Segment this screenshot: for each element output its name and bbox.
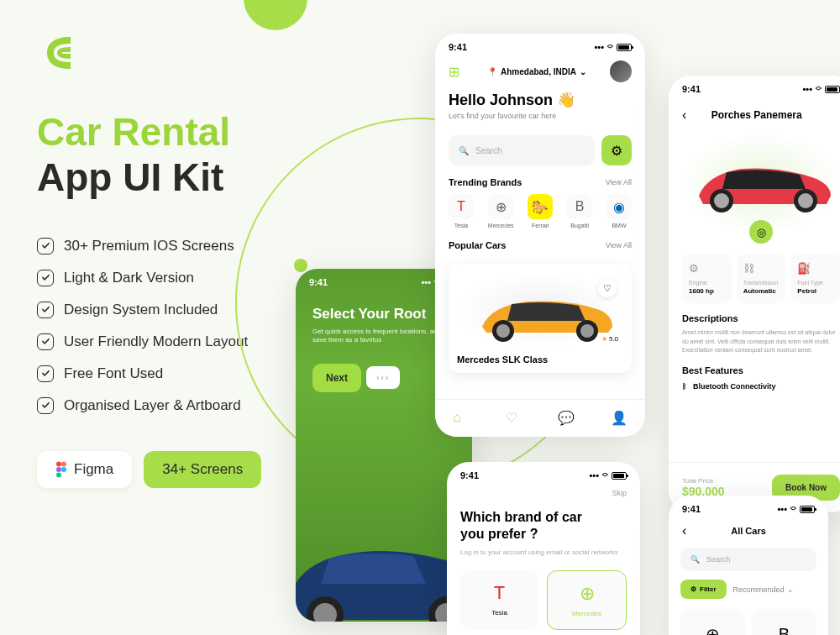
spec-fuel: ⛽Fuel TypePetrol	[790, 254, 840, 303]
wifi-icon: ⌔	[816, 84, 822, 94]
bmw-icon: ◉	[606, 194, 632, 219]
wifi-icon: ⌔	[790, 504, 796, 514]
battery-icon	[617, 44, 632, 51]
location-selector[interactable]: 📍Ahmedabad, INDIA⌄	[487, 67, 586, 76]
feature-text: Light & Dark Version	[64, 270, 194, 286]
svg-point-1	[61, 461, 66, 466]
description-heading: Descriptions	[682, 313, 840, 323]
sort-selector[interactable]: Recommended⌄	[733, 585, 794, 594]
steering-button[interactable]: ◎	[749, 220, 773, 244]
check-icon	[37, 365, 54, 382]
filter-button[interactable]: ⚙	[601, 135, 632, 165]
search-icon: 🔍	[459, 146, 469, 155]
svg-point-19	[798, 193, 813, 208]
svg-point-13	[496, 324, 510, 338]
chevron-down-icon: ⌄	[787, 585, 794, 594]
search-icon: 🔍	[690, 555, 700, 564]
signal-icon: •••	[802, 84, 812, 94]
brand-item[interactable]: ⊕Mercedes	[488, 194, 514, 228]
status-bar: 9:41 •••⌔	[669, 76, 840, 102]
status-bar: 9:41 •••⌔	[447, 462, 640, 489]
view-all-link[interactable]: View All	[606, 178, 632, 186]
car-illustration	[470, 281, 621, 348]
search-input[interactable]: 🔍Search	[449, 135, 595, 165]
bluetooth-icon: ᛒ	[682, 382, 686, 391]
page-title: All Cars	[731, 526, 766, 536]
mercedes-icon: ⊕	[554, 583, 619, 605]
bugatti-icon: B	[567, 194, 592, 219]
greeting-sub: Let's find your favourite car here	[449, 112, 632, 120]
pin-icon: 📍	[487, 67, 497, 76]
swipe-indicator[interactable]: ›››	[366, 366, 400, 389]
status-time: 9:41	[449, 42, 467, 52]
car-name: Mercedes SLK Class	[457, 354, 623, 365]
feature-text: User Friendly Modern Layout	[64, 333, 248, 350]
section-title: Trending Brands	[449, 177, 522, 187]
check-icon	[37, 302, 54, 318]
engine-icon: ⚙	[689, 262, 725, 275]
sliders-icon: ⚙	[611, 143, 622, 159]
status-time: 9:41	[309, 277, 328, 287]
page-title: Porches Panemera	[711, 109, 802, 121]
transmission-icon: ⛓	[743, 262, 780, 275]
heart-icon[interactable]: ♡	[506, 410, 522, 427]
home-icon[interactable]: ⌂	[453, 410, 470, 427]
svg-point-2	[56, 467, 61, 472]
brand-option-tesla[interactable]: TTesla	[460, 570, 538, 630]
avatar[interactable]	[610, 60, 632, 82]
battery-icon	[800, 506, 815, 513]
car-detail-screen: 9:41 •••⌔ ‹ Porches Panemera ◎ ⚙Engine16…	[669, 76, 840, 512]
check-icon	[37, 333, 54, 350]
figma-icon	[55, 461, 67, 478]
brand-preference-screen: 9:41 •••⌔ Skip Which brand of caryou pre…	[447, 462, 640, 635]
brand-tile[interactable]: B	[752, 609, 816, 635]
onboarding-title: Select Your Root	[312, 306, 455, 323]
question-heading: Which brand of caryou prefer ?	[460, 509, 627, 543]
description-text: Amet minim mollit non deserunt ullamco e…	[682, 328, 840, 355]
tesla-icon: T	[467, 582, 532, 604]
spec-transmission: ⛓TransmissionAutomatic	[737, 254, 786, 303]
brand-item[interactable]: BBugatti	[567, 194, 592, 228]
feature-text: Organised Layer & Artboard	[64, 397, 241, 414]
car-card[interactable]: ♡ ★5.0 Mercedes SLK Class	[449, 264, 632, 373]
svg-point-0	[56, 461, 61, 466]
brand-tile[interactable]: ⊕	[680, 609, 745, 635]
profile-icon[interactable]: 👤	[611, 410, 627, 427]
svg-point-17	[714, 193, 729, 208]
check-icon	[37, 238, 54, 255]
filter-button[interactable]: ⚙Filter	[680, 580, 727, 599]
menu-icon[interactable]: ⊞	[449, 64, 464, 79]
question-sub: Log in to your account using email or so…	[460, 548, 627, 557]
signal-icon: •••	[589, 470, 599, 480]
back-button[interactable]: ‹	[682, 108, 686, 123]
next-button[interactable]: Next	[312, 364, 361, 392]
signal-icon: •••	[594, 42, 604, 52]
svg-point-15	[580, 324, 594, 338]
filter-icon: ⚙	[690, 585, 696, 593]
brand-item[interactable]: ◉BMW	[606, 194, 632, 228]
search-input[interactable]: 🔍Search	[680, 548, 816, 571]
figma-badge: Figma	[37, 451, 132, 488]
mercedes-icon: ⊕	[488, 194, 513, 219]
brand-option-mercedes[interactable]: ⊕Mercedes	[547, 570, 627, 630]
car-illustration: ELE TA8	[296, 504, 472, 622]
spec-engine: ⚙Engine1600 hp	[682, 254, 732, 303]
price-label: Total Price	[682, 477, 725, 485]
back-button[interactable]: ‹	[682, 523, 686, 538]
chat-icon[interactable]: 💬	[558, 410, 575, 427]
tesla-icon: T	[449, 194, 474, 219]
car-hero: ◎	[682, 133, 840, 234]
brand-item[interactable]: TTesla	[449, 194, 474, 228]
signal-icon: •••	[421, 277, 431, 287]
view-all-link[interactable]: View All	[606, 241, 632, 249]
brand-item[interactable]: 🐎Ferrari	[528, 194, 553, 228]
decorative-dot	[294, 259, 307, 272]
feature-text: Free Font Used	[64, 365, 163, 382]
status-time: 9:41	[682, 504, 701, 514]
skip-button[interactable]: Skip	[447, 489, 640, 497]
fuel-icon: ⛽	[797, 262, 833, 275]
status-time: 9:41	[460, 470, 479, 480]
wifi-icon: ⌔	[602, 470, 608, 480]
check-icon	[37, 397, 54, 414]
greeting: Hello Johnson 👋	[449, 91, 632, 109]
